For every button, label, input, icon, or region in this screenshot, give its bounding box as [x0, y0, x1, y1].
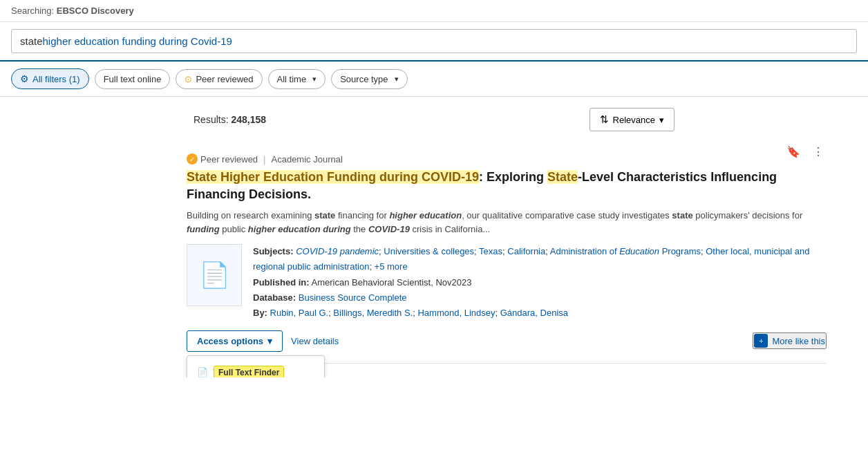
peer-badge-icon: ✓: [187, 153, 198, 165]
full-text-finder-icon: 📄: [197, 367, 208, 377]
authors-label: By:: [253, 308, 267, 318]
peer-reviewed-button[interactable]: ⊙ Peer reviewed: [176, 69, 262, 89]
bookmark-button[interactable]: 🔖: [784, 142, 803, 161]
search-text-plain: state: [20, 35, 43, 47]
database-label: Database:: [253, 292, 296, 303]
result-title: State Higher Education Funding during CO…: [187, 169, 827, 203]
subject-california[interactable]: California: [507, 246, 545, 256]
title-highlight-2: State: [547, 170, 578, 184]
chevron-down-icon: ▾: [395, 75, 399, 84]
peer-icon: ⊙: [185, 74, 192, 84]
access-dropdown-menu: 📄 Full Text Finder: [187, 355, 325, 377]
published-label: Published in:: [253, 277, 310, 288]
sort-button[interactable]: ⇅ Relevance ▾: [589, 108, 674, 131]
separator: |: [263, 154, 265, 165]
search-bar-container: state higher education funding during Co…: [0, 22, 868, 62]
result-actions: Access options ▾ 📄 Full Text Finder View…: [187, 330, 827, 352]
published-row: Published in: American Behavioral Scient…: [253, 275, 827, 290]
more-like-label: More like this: [772, 336, 825, 346]
author-billings[interactable]: Billings, Meredith S.: [333, 308, 413, 318]
searching-source: EBSCO Discovery: [57, 6, 134, 16]
document-icon: 📄: [199, 261, 230, 290]
access-options-button[interactable]: Access options ▾: [187, 330, 283, 352]
card-actions: 🔖 ⋮: [784, 142, 827, 161]
source-type-label: Source type: [340, 74, 388, 84]
access-dropdown-wrapper: Access options ▾ 📄 Full Text Finder: [187, 330, 283, 352]
subject-texas[interactable]: Texas: [479, 246, 502, 256]
chevron-down-icon: ▾: [267, 336, 272, 346]
database-row: Database: Business Source Complete: [253, 290, 827, 306]
result-card: 🔖 ⋮ ✓ Peer reviewed | Academic Journal S…: [187, 142, 827, 364]
more-like-this-wrapper: + More like this: [753, 332, 827, 349]
result-meta: ✓ Peer reviewed | Academic Journal: [187, 153, 827, 165]
source-type-button[interactable]: Source type ▾: [331, 69, 407, 89]
peer-reviewed-text: Peer reviewed: [200, 154, 258, 165]
filters-bar: ⚙ All filters (1) Full text online ⊙ Pee…: [0, 62, 868, 97]
author-gandara[interactable]: Gándara, Denisa: [500, 308, 568, 318]
result-details: Subjects: COVID-19 pandemic; Universitie…: [253, 244, 827, 320]
author-rubin[interactable]: Rubin, Paul G.: [270, 308, 329, 318]
subject-covid[interactable]: COVID-19 pandemic: [296, 246, 379, 256]
more-options-button[interactable]: ⋮: [810, 142, 827, 161]
view-details-link[interactable]: View details: [291, 336, 339, 346]
result-abstract: Building on research examining state fin…: [187, 209, 827, 236]
subjects-label: Subjects:: [253, 246, 294, 256]
chevron-down-icon: ▾: [659, 115, 664, 125]
published-value: American Behavioral Scientist, Nov2023: [312, 277, 472, 288]
access-options-label: Access options: [197, 336, 263, 346]
all-time-button[interactable]: All time ▾: [268, 69, 326, 89]
full-text-online-button[interactable]: Full text online: [95, 69, 171, 89]
results-container: 🔖 ⋮ ✓ Peer reviewed | Academic Journal S…: [0, 142, 868, 377]
subjects-row: Subjects: COVID-19 pandemic; Universitie…: [253, 244, 827, 274]
result-body: 📄 Subjects: COVID-19 pandemic; Universit…: [187, 244, 827, 320]
subject-admin-ed[interactable]: Administration of Education Programs: [550, 246, 701, 256]
full-text-label: Full text online: [104, 74, 162, 84]
all-filters-label: All filters (1): [32, 74, 80, 84]
more-like-this-button[interactable]: + More like this: [753, 332, 827, 349]
searching-label: Searching:: [11, 6, 54, 16]
author-hammond[interactable]: Hammond, Lindsey: [417, 308, 495, 318]
filter-icon: ⚙: [20, 73, 29, 84]
results-number: 248,158: [231, 114, 266, 125]
peer-reviewed-label: Peer reviewed: [196, 74, 253, 84]
results-header: Results: 248,158 ⇅ Relevance ▾: [0, 97, 868, 142]
result-thumbnail: 📄: [187, 244, 242, 306]
all-time-label: All time: [277, 74, 307, 84]
results-count: Results: 248,158: [194, 114, 266, 125]
search-input[interactable]: state higher education funding during Co…: [11, 29, 857, 53]
chevron-down-icon: ▾: [312, 75, 317, 84]
search-text-highlight: higher education funding during Covid-19: [43, 35, 232, 47]
sort-label: Relevance: [613, 115, 655, 125]
database-link[interactable]: Business Source Complete: [299, 292, 407, 303]
title-highlight-1: State Higher Education Funding during CO…: [187, 170, 479, 184]
subject-more[interactable]: +5 more: [375, 261, 408, 272]
article-type: Academic Journal: [272, 154, 343, 165]
peer-reviewed-badge: ✓ Peer reviewed: [187, 153, 258, 165]
full-text-finder-badge: Full Text Finder: [214, 366, 284, 377]
title-plain-1: : Exploring: [479, 170, 547, 184]
authors-row: By: Rubin, Paul G.; Billings, Meredith S…: [253, 306, 827, 321]
sort-icon: ⇅: [600, 113, 609, 126]
subject-universities[interactable]: Universities & colleges: [384, 246, 474, 256]
more-like-icon: +: [754, 334, 768, 348]
top-bar: Searching: EBSCO Discovery: [0, 0, 868, 22]
all-filters-button[interactable]: ⚙ All filters (1): [11, 68, 89, 89]
full-text-finder-item[interactable]: 📄 Full Text Finder: [197, 363, 314, 377]
